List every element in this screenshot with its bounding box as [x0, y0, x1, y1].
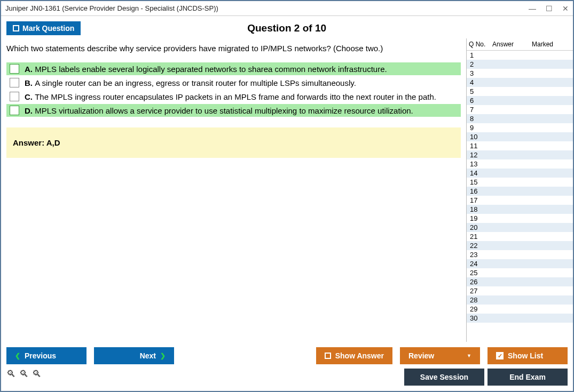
question-list-row[interactable]: 17 [467, 196, 573, 205]
show-answer-label: Show Answer [335, 351, 384, 360]
question-list-row[interactable]: 5 [467, 87, 573, 96]
options-list: A. MPLS labels enable several logically … [6, 62, 461, 117]
check-icon: ✓ [496, 352, 504, 359]
option-d[interactable]: D. MPLS virtualization allows a service … [6, 104, 461, 117]
bottom-bar: ❮ Previous Next ❯ Show Answer Review ▼ ✓… [1, 342, 573, 367]
question-area: Which two statements describe why servic… [1, 38, 466, 342]
titlebar: Juniper JN0-1361 (Service Provider Desig… [1, 1, 573, 16]
question-list-row[interactable]: 30 [467, 314, 573, 323]
question-list-row[interactable]: 9 [467, 123, 573, 132]
end-exam-label: End Exam [509, 373, 546, 381]
question-list-row[interactable]: 22 [467, 241, 573, 250]
question-list-row[interactable]: 2 [467, 60, 573, 69]
question-list-row[interactable]: 8 [467, 114, 573, 123]
option-text: D. MPLS virtualization allows a service … [25, 106, 413, 115]
question-list-row[interactable]: 27 [467, 286, 573, 295]
question-counter: Question 2 of 10 [6, 22, 568, 34]
top-row: Mark Question Question 2 of 10 [1, 16, 573, 38]
previous-button[interactable]: ❮ Previous [6, 347, 87, 364]
question-list-row[interactable]: 1 [467, 51, 573, 60]
spacer [45, 369, 401, 386]
show-answer-button[interactable]: Show Answer [316, 347, 392, 364]
save-session-button[interactable]: Save Session [404, 369, 484, 386]
checkbox-icon[interactable] [10, 64, 19, 74]
next-label: Next [140, 351, 156, 360]
next-button[interactable]: Next ❯ [94, 347, 174, 364]
end-exam-button[interactable]: End Exam [487, 369, 568, 386]
option-text: A. MPLS labels enable several logically … [25, 65, 387, 74]
minimize-icon[interactable]: — [529, 4, 536, 13]
content: Mark Question Question 2 of 10 Which two… [1, 16, 573, 391]
question-list-row[interactable]: 3 [467, 69, 573, 78]
question-list-row[interactable]: 15 [467, 178, 573, 187]
question-list-panel: Q No. Answer Marked 12345678910111213141… [466, 38, 573, 342]
question-list-row[interactable]: 11 [467, 141, 573, 150]
question-list-row[interactable]: 13 [467, 159, 573, 169]
option-c[interactable]: C. The MPLS ingress router encapsulates … [6, 90, 461, 103]
window-title: Juniper JN0-1361 (Service Provider Desig… [5, 4, 529, 12]
answer-box: Answer: A,D [6, 127, 461, 158]
zoom-out-icon[interactable]: 🔍︎ [32, 369, 42, 386]
question-list-row[interactable]: 14 [467, 169, 573, 178]
checkbox-icon[interactable] [10, 92, 19, 101]
review-button[interactable]: Review ▼ [400, 347, 480, 364]
option-text: B. A single router can be an ingress, eg… [25, 78, 356, 87]
question-list-row[interactable]: 21 [467, 232, 573, 241]
option-a[interactable]: A. MPLS labels enable several logically … [6, 62, 461, 75]
chevron-right-icon: ❯ [160, 352, 166, 359]
question-list-row[interactable]: 25 [467, 268, 573, 277]
question-list-row[interactable]: 28 [467, 295, 573, 305]
question-list-row[interactable]: 20 [467, 223, 573, 232]
option-b[interactable]: B. A single router can be an ingress, eg… [6, 76, 461, 89]
question-text: Which two statements describe why servic… [6, 44, 461, 53]
col-qno: Q No. [469, 41, 492, 48]
chevron-down-icon: ▼ [467, 353, 471, 358]
show-list-label: Show List [508, 351, 543, 360]
question-list-row[interactable]: 12 [467, 150, 573, 159]
question-list-row[interactable]: 24 [467, 259, 573, 268]
checkbox-icon[interactable] [10, 78, 19, 87]
question-list-row[interactable]: 23 [467, 250, 573, 259]
question-list-row[interactable]: 29 [467, 305, 573, 314]
show-list-button[interactable]: ✓ Show List [487, 347, 568, 364]
maximize-icon[interactable]: ☐ [546, 4, 553, 13]
question-list-row[interactable]: 19 [467, 214, 573, 223]
question-list-row[interactable]: 18 [467, 205, 573, 214]
col-marked: Marked [532, 41, 571, 48]
checkbox-icon [325, 353, 331, 359]
chevron-left-icon: ❮ [15, 352, 20, 359]
question-list-row[interactable]: 7 [467, 105, 573, 114]
zoom-in-icon[interactable]: 🔍︎ [6, 369, 16, 386]
main-row: Which two statements describe why servic… [1, 38, 573, 342]
question-list-row[interactable]: 16 [467, 187, 573, 196]
question-list-row[interactable]: 26 [467, 277, 573, 286]
close-icon[interactable]: ✕ [562, 4, 569, 13]
option-text: C. The MPLS ingress router encapsulates … [25, 92, 436, 101]
question-list-body[interactable]: 1234567891011121314151617181920212223242… [467, 51, 573, 342]
question-list-row[interactable]: 10 [467, 132, 573, 141]
col-answer: Answer [492, 41, 532, 48]
checkbox-icon[interactable] [10, 106, 19, 115]
question-list-row[interactable]: 6 [467, 96, 573, 105]
previous-label: Previous [25, 351, 56, 360]
zoom-reset-icon[interactable]: 🔍︎ [19, 369, 29, 386]
save-session-label: Save Session [420, 373, 468, 381]
question-list-row[interactable]: 4 [467, 78, 573, 87]
app-window: Juniper JN0-1361 (Service Provider Desig… [0, 0, 574, 392]
zoom-row: 🔍︎ 🔍︎ 🔍︎ Save Session End Exam [1, 367, 573, 391]
review-label: Review [408, 351, 434, 360]
question-list-header: Q No. Answer Marked [467, 38, 573, 51]
window-controls: — ☐ ✕ [529, 4, 569, 13]
